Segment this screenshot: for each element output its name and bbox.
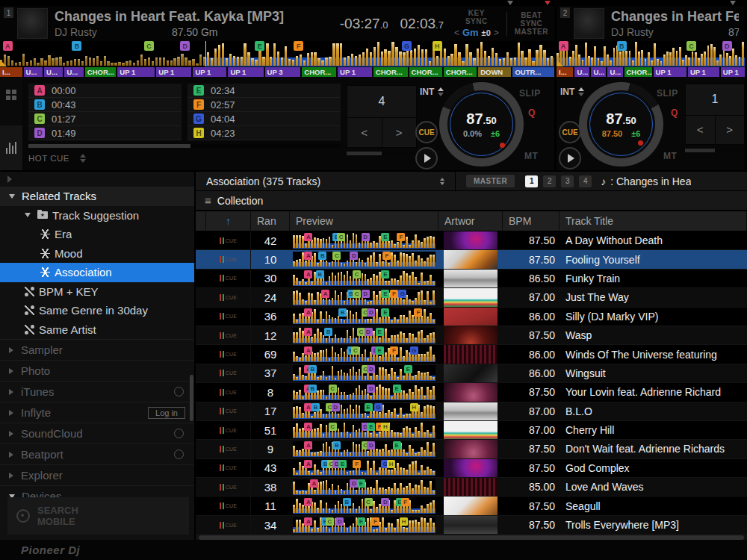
cue-marker-A[interactable]: A: [304, 328, 312, 336]
key-shift-down-icon[interactable]: <: [454, 28, 459, 38]
chevron-down-icon[interactable]: [25, 213, 31, 217]
cue-marker-A[interactable]: A: [304, 233, 312, 241]
cue-marker-C[interactable]: C: [353, 290, 361, 298]
cue-marker-H[interactable]: H: [387, 460, 395, 468]
cue-marker-E[interactable]: E: [393, 441, 401, 449]
column-header-Ran[interactable]: Ran: [251, 211, 290, 231]
cue-marker-H[interactable]: H: [400, 517, 408, 526]
cue-marker-F[interactable]: F: [390, 290, 398, 298]
cue-marker-C[interactable]: C: [686, 41, 696, 51]
sidebar-item-track-suggestion[interactable]: Track Suggestion: [0, 206, 194, 225]
sidebar-scrollbar[interactable]: [190, 375, 193, 421]
deck-2-waveform[interactable]: ABCD: [557, 41, 745, 66]
cue-marker-D[interactable]: D: [332, 403, 340, 411]
slip-button[interactable]: SLIP: [657, 88, 678, 99]
cue-marker-A[interactable]: A: [304, 441, 312, 449]
table-row[interactable]: CUE30ABCE86.50Funky Train: [196, 270, 747, 288]
cue-marker-E[interactable]: E: [404, 365, 412, 373]
cue-marker-F[interactable]: F: [294, 41, 303, 51]
cue-marker-F[interactable]: F: [414, 308, 422, 317]
cue-marker-D[interactable]: D: [365, 328, 373, 336]
jog-wheel[interactable]: 87.50 87.50 ±6: [579, 82, 663, 167]
table-row[interactable]: CUE69ABCDEFG86.00Winds Of The Universe f…: [196, 345, 747, 364]
sidebar-item-beatport[interactable]: Beatport: [0, 444, 194, 464]
column-header-Track Title[interactable]: Track Title: [560, 211, 747, 231]
slip-button[interactable]: SLIP: [519, 88, 541, 99]
table-row[interactable]: CUE37ABCDE86.00Wingsuit: [196, 364, 747, 383]
cue-marker-B[interactable]: B: [324, 328, 332, 336]
cue-marker-E[interactable]: E: [381, 308, 389, 317]
cue-marker-B[interactable]: B: [311, 403, 320, 411]
chevron-right-icon[interactable]: [9, 368, 13, 374]
hot-cue-E[interactable]: E02:34: [187, 84, 341, 98]
cue-marker-E[interactable]: E: [376, 328, 384, 336]
cue-marker-H[interactable]: H: [410, 403, 418, 411]
breadcrumb[interactable]: ≡ Collection: [196, 191, 747, 211]
cue-marker-A[interactable]: A: [304, 423, 312, 431]
cue-marker-B[interactable]: B: [309, 365, 317, 373]
cue-marker-D[interactable]: D: [367, 308, 375, 317]
cue-marker-A[interactable]: A: [304, 517, 312, 526]
cue-marker-F[interactable]: F: [397, 233, 405, 241]
horizontal-scrollbar[interactable]: [196, 535, 747, 540]
login-button[interactable]: Log in: [148, 407, 185, 419]
cue-marker-A[interactable]: A: [304, 270, 312, 279]
cue-marker-D[interactable]: D: [180, 41, 190, 51]
deck-1-waveform[interactable]: ABCDEFGH: [0, 41, 554, 66]
cue-marker-A[interactable]: A: [304, 308, 312, 317]
waveform-view-toggle[interactable]: [0, 125, 22, 170]
table-row[interactable]: CUE36ABCDEF86.00Silly (DJ Marky VIP): [196, 308, 747, 326]
chevron-right-icon[interactable]: [9, 347, 13, 353]
hot-cue-G[interactable]: G04:04: [187, 112, 341, 126]
table-row[interactable]: CUE9ABCDE87.50Don't Wait feat. Adrienne …: [196, 440, 747, 458]
cue-marker-F[interactable]: F: [371, 517, 379, 526]
cue-marker-A[interactable]: A: [304, 346, 312, 355]
cue-marker-A[interactable]: A: [304, 498, 312, 506]
cue-marker-B[interactable]: B: [318, 252, 326, 260]
table-row[interactable]: CUE38ADE85.00Love And Waves: [196, 478, 747, 497]
sidebar-item-same-artist[interactable]: Same Artist: [0, 320, 194, 340]
search-mobile-button[interactable]: SEARCH MOBILE: [7, 497, 189, 535]
sidebar-item-related-tracks[interactable]: Related Tracks: [0, 187, 194, 206]
cue-marker-C[interactable]: C: [353, 270, 361, 279]
cue-button[interactable]: CUE: [415, 121, 438, 143]
cue-marker-A[interactable]: A: [559, 41, 568, 51]
hot-cue-C[interactable]: C01:27: [28, 112, 182, 126]
cue-marker-H[interactable]: H: [381, 423, 389, 431]
sidebar-item-era[interactable]: Era: [0, 225, 194, 244]
cue-marker-D[interactable]: D: [381, 498, 389, 506]
key-shift-up-icon[interactable]: >: [494, 28, 499, 38]
jog-wheel[interactable]: 87.50 0.0% ±6: [439, 82, 524, 167]
cue-button[interactable]: CUE: [559, 121, 581, 143]
cue-marker-F[interactable]: F: [390, 346, 398, 355]
beat-jump-scrollbar[interactable]: [347, 152, 417, 155]
chevron-right-icon[interactable]: [9, 473, 13, 479]
key-sync-button[interactable]: KEY SYNC < Gm ±0 >: [454, 9, 499, 38]
refresh-icon[interactable]: [174, 449, 184, 459]
deck-select-button-2[interactable]: 2: [543, 175, 556, 187]
sidebar-item-association[interactable]: Association: [0, 263, 194, 282]
cue-marker-A[interactable]: A: [310, 479, 318, 488]
refresh-icon[interactable]: [174, 387, 184, 396]
cue-marker-C[interactable]: C: [337, 233, 345, 241]
chevron-right-icon[interactable]: [9, 389, 13, 395]
cue-marker-D[interactable]: D: [362, 233, 370, 241]
hot-cue-B[interactable]: B00:43: [28, 98, 182, 112]
table-row[interactable]: CUE11ABCDEF87.50Seagull: [196, 497, 747, 515]
sidebar-item-same-genre-in-30day[interactable]: Same Genre in 30day: [0, 301, 194, 320]
sidebar-item-explorer[interactable]: Explorer: [0, 464, 194, 485]
cue-marker-E[interactable]: E: [357, 479, 365, 488]
chevron-right-icon[interactable]: [9, 410, 13, 416]
cue-marker-D[interactable]: D: [335, 517, 344, 526]
table-row[interactable]: CUE51ACDEFH87.00Cherry Hill: [196, 421, 747, 440]
beat-jump-back-button[interactable]: <: [347, 118, 382, 147]
column-header-Artwor[interactable]: Artwor: [438, 211, 503, 231]
chevron-right-icon[interactable]: [9, 452, 13, 458]
sidebar-item-photo[interactable]: Photo: [0, 360, 194, 381]
table-row[interactable]: CUE42ABCDEF87.50A Day Without Death: [196, 231, 747, 250]
chevron-down-icon[interactable]: [9, 194, 15, 199]
cue-marker-B[interactable]: B: [343, 498, 351, 506]
column-header-Preview[interactable]: Preview: [290, 211, 438, 231]
cue-marker-E[interactable]: E: [381, 233, 389, 241]
cue-marker-A[interactable]: A: [304, 460, 312, 468]
